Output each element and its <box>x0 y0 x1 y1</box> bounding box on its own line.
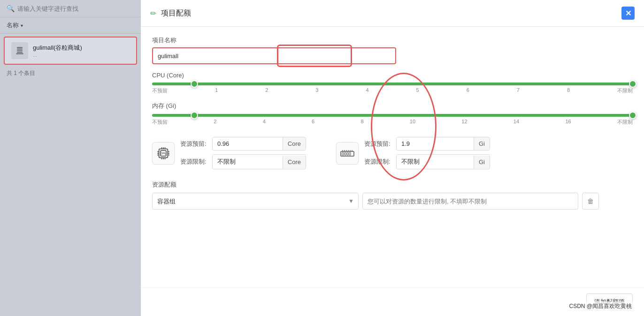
project-icon <box>11 42 28 59</box>
cpu-reserve-value: 0.96 <box>213 137 283 150</box>
svg-rect-16 <box>342 152 344 155</box>
project-name-label: 项目名称 <box>152 36 633 45</box>
cpu-label-7: 7 <box>517 87 520 94</box>
memory-icon <box>340 147 355 160</box>
project-name-box: gulimall <box>152 47 396 64</box>
search-icon: 🔍 <box>7 5 15 12</box>
svg-rect-17 <box>345 152 346 155</box>
cpu-label-3: 3 <box>315 87 318 94</box>
sidebar-item-gulimall[interactable]: gulimall(谷粒商城) ... <box>4 37 137 65</box>
watermark: CSDN @闻昌喜欢吃黄桃 <box>566 301 635 311</box>
mem-label-8: 8 <box>360 119 363 126</box>
cpu-resource-details: 资源预留: 0.96 Core 资源限制: 不限制 Core <box>180 137 306 169</box>
cpu-limit-label: 资源限制: <box>180 158 208 166</box>
edit-icon: ✏ <box>150 9 156 18</box>
mem-label-4: 4 <box>263 119 266 126</box>
cpu-slider-thumb-right[interactable] <box>629 80 636 88</box>
cpu-label-5: 5 <box>416 87 419 94</box>
trash-icon: 🗑 <box>587 197 594 205</box>
mem-label-16: 16 <box>565 119 571 126</box>
quota-select[interactable]: 容器组 <box>152 193 359 210</box>
memory-resource-card: 资源预留: 1.9 Gi 资源限制: 不限制 Gi <box>336 137 490 169</box>
cpu-label-1: 1 <box>215 87 218 94</box>
cpu-limit-value-box: 不限制 Core <box>212 154 306 169</box>
cpu-label-2: 2 <box>265 87 268 94</box>
memory-label: 内存 (Gi) <box>152 102 633 110</box>
cpu-label-nopreserve: 不预留 <box>152 87 168 94</box>
main-content: ✏ 项目配额 ✕ 项目名称 gulimall CPU (Core) <box>141 0 644 316</box>
cpu-section: CPU (Core) 不预留 1 2 3 4 5 6 7 <box>152 72 633 94</box>
cpu-reserve-label: 资源预留: <box>180 140 208 148</box>
svg-rect-19 <box>349 152 351 155</box>
mem-limit-value-box: 不限制 Gi <box>396 154 490 169</box>
quota-label: 资源配额 <box>152 181 633 189</box>
memory-section: 内存 (Gi) 不预留 2 4 6 8 10 12 14 <box>152 102 633 126</box>
svg-rect-18 <box>347 152 348 155</box>
modal: ✏ 项目配额 ✕ 项目名称 gulimall CPU (Core) <box>141 0 644 316</box>
mem-label-unlimited: 不限制 <box>617 119 633 126</box>
quota-input[interactable] <box>362 193 578 210</box>
quota-select-wrap[interactable]: 容器组 ▼ <box>152 193 359 210</box>
mem-reserve-unit: Gi <box>474 137 490 150</box>
cpu-reserve-row: 资源预留: 0.96 Core <box>180 137 306 150</box>
cpu-label: CPU (Core) <box>152 72 633 79</box>
cpu-icon-box: CPU <box>152 142 175 165</box>
sort-icon[interactable]: ▾ <box>21 23 23 28</box>
cpu-slider-thumb[interactable] <box>191 80 198 88</box>
cpu-limit-row: 资源限制: 不限制 Core <box>180 154 306 169</box>
project-name-value: gulimall <box>158 53 178 60</box>
memory-icon-box <box>336 142 359 165</box>
modal-title: 项目配额 <box>161 8 191 18</box>
mem-resource-details: 资源预留: 1.9 Gi 资源限制: 不限制 Gi <box>364 137 490 169</box>
search-input[interactable] <box>17 5 134 12</box>
cpu-limit-value: 不限制 <box>213 155 283 169</box>
close-button[interactable]: ✕ <box>621 7 635 20</box>
cpu-icon: CPU <box>157 147 170 160</box>
cpu-label-unlimited: 不限制 <box>617 87 633 94</box>
quota-section: 资源配额 容器组 ▼ 🗑 <box>152 181 633 210</box>
sidebar-header-label: 名称 <box>7 21 19 30</box>
mem-limit-unit: Gi <box>474 156 490 168</box>
cpu-slider-labels: 不预留 1 2 3 4 5 6 7 8 不限制 <box>152 87 633 94</box>
project-name-section: 项目名称 gulimall <box>152 36 633 64</box>
mem-label-nopreserve: 不预留 <box>152 119 168 126</box>
svg-text:CPU: CPU <box>161 152 166 155</box>
cpu-slider-container[interactable] <box>152 83 633 85</box>
cpu-reserve-value-box: 0.96 Core <box>212 137 306 150</box>
quota-row: 容器组 ▼ 🗑 <box>152 193 633 210</box>
sidebar-item-info: gulimall(谷粒商城) ... <box>33 44 82 58</box>
sidebar: 🔍 名称 ▾ gulimall(谷粒商城) ... 共 1 个条目 <box>0 0 141 316</box>
mem-reserve-value-box: 1.9 Gi <box>396 137 490 150</box>
cpu-label-4: 4 <box>366 87 368 94</box>
mem-limit-value: 不限制 <box>397 155 474 169</box>
modal-header: ✏ 项目配额 ✕ <box>141 0 644 27</box>
delete-quota-button[interactable]: 🗑 <box>582 193 599 210</box>
mem-reserve-row: 资源预留: 1.9 Gi <box>364 137 490 150</box>
memory-slider-track <box>152 114 633 117</box>
mem-label-6: 6 <box>312 119 314 126</box>
sidebar-header: 名称 ▾ <box>0 17 141 34</box>
mem-label-12: 12 <box>461 119 467 126</box>
cpu-resource-card: CPU 资源预留: 0.96 Core 资源限制: <box>152 137 306 169</box>
sidebar-item-sub: ... <box>33 52 82 58</box>
cpu-reserve-unit: Core <box>283 137 306 150</box>
sidebar-count: 共 1 个条目 <box>0 68 141 79</box>
cpu-limit-unit: Core <box>283 156 306 168</box>
memory-slider-container[interactable] <box>152 114 633 117</box>
mem-label-2: 2 <box>214 119 216 126</box>
sidebar-item-name: gulimall(谷粒商城) <box>33 44 82 52</box>
mem-reserve-label: 资源预留: <box>364 140 392 148</box>
sidebar-search-bar[interactable]: 🔍 <box>0 0 141 17</box>
mem-limit-row: 资源限制: 不限制 Gi <box>364 154 490 169</box>
memory-slider-fill <box>152 114 633 117</box>
mem-limit-label: 资源限制: <box>364 158 392 166</box>
building-icon <box>15 46 24 55</box>
memory-slider-labels: 不预留 2 4 6 8 10 12 14 16 不限制 <box>152 119 633 126</box>
memory-slider-thumb[interactable] <box>191 112 198 119</box>
mem-reserve-value: 1.9 <box>397 137 474 150</box>
memory-slider-thumb-right[interactable] <box>629 112 636 119</box>
modal-body: 项目名称 gulimall CPU (Core) 不预留 1 <box>141 27 644 287</box>
cpu-slider-track <box>152 83 633 85</box>
cpu-label-6: 6 <box>467 87 469 94</box>
cpu-slider-fill <box>152 83 633 85</box>
